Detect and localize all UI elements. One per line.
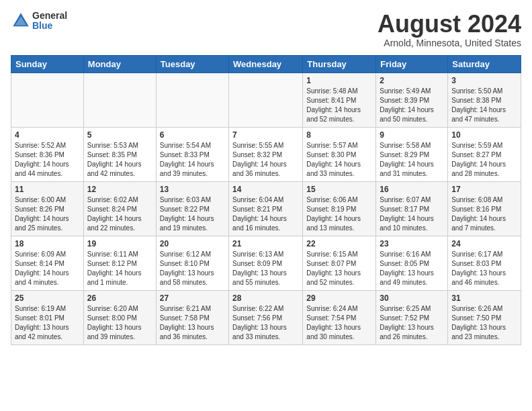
day-number: 14 xyxy=(232,185,299,194)
calendar-day-cell: 11Sunrise: 6:00 AM Sunset: 8:26 PM Dayli… xyxy=(11,181,84,236)
page: General Blue August 2024 Arnold, Minneso… xyxy=(0,0,532,351)
logo-general: General xyxy=(32,11,67,21)
day-number: 8 xyxy=(306,130,372,140)
calendar-day-cell xyxy=(11,73,84,127)
day-number: 5 xyxy=(87,130,152,140)
day-number: 29 xyxy=(306,293,372,303)
title-month: August 2024 xyxy=(378,11,521,38)
day-info: Sunrise: 6:11 AM Sunset: 8:12 PM Dayligh… xyxy=(87,250,152,287)
day-info: Sunrise: 6:22 AM Sunset: 7:56 PM Dayligh… xyxy=(232,304,299,342)
day-info: Sunrise: 5:48 AM Sunset: 8:41 PM Dayligh… xyxy=(306,87,372,124)
weekday-header: Tuesday xyxy=(156,55,228,73)
logo: General Blue xyxy=(11,11,67,32)
calendar-day-cell: 24Sunrise: 6:17 AM Sunset: 8:03 PM Dayli… xyxy=(448,236,521,290)
calendar-day-cell: 12Sunrise: 6:02 AM Sunset: 8:24 PM Dayli… xyxy=(83,181,156,236)
day-info: Sunrise: 6:19 AM Sunset: 8:01 PM Dayligh… xyxy=(15,304,80,342)
calendar-day-cell: 6Sunrise: 5:54 AM Sunset: 8:33 PM Daylig… xyxy=(156,127,228,181)
calendar-day-cell: 2Sunrise: 5:49 AM Sunset: 8:39 PM Daylig… xyxy=(376,73,448,127)
day-info: Sunrise: 6:12 AM Sunset: 8:10 PM Dayligh… xyxy=(160,250,225,287)
day-number: 25 xyxy=(15,293,80,303)
title-location: Arnold, Minnesota, United States xyxy=(378,38,521,48)
weekday-header: Sunday xyxy=(11,55,84,73)
calendar-day-cell: 19Sunrise: 6:11 AM Sunset: 8:12 PM Dayli… xyxy=(83,236,156,290)
day-number: 6 xyxy=(160,130,225,140)
calendar-day-cell: 8Sunrise: 5:57 AM Sunset: 8:30 PM Daylig… xyxy=(303,127,376,181)
calendar-week-row: 4Sunrise: 5:52 AM Sunset: 8:36 PM Daylig… xyxy=(11,127,521,181)
day-number: 30 xyxy=(380,293,444,303)
day-number: 15 xyxy=(306,185,372,194)
day-number: 11 xyxy=(15,185,80,194)
day-number: 17 xyxy=(451,185,517,194)
day-info: Sunrise: 5:58 AM Sunset: 8:29 PM Dayligh… xyxy=(380,141,444,179)
day-info: Sunrise: 6:13 AM Sunset: 8:09 PM Dayligh… xyxy=(232,250,299,287)
day-info: Sunrise: 6:08 AM Sunset: 8:16 PM Dayligh… xyxy=(451,195,517,233)
weekday-header: Monday xyxy=(83,55,156,73)
day-info: Sunrise: 6:16 AM Sunset: 8:05 PM Dayligh… xyxy=(380,250,444,287)
day-info: Sunrise: 5:49 AM Sunset: 8:39 PM Dayligh… xyxy=(380,87,444,124)
calendar-day-cell: 23Sunrise: 6:16 AM Sunset: 8:05 PM Dayli… xyxy=(376,236,448,290)
day-number: 31 xyxy=(451,293,517,303)
calendar-day-cell: 25Sunrise: 6:19 AM Sunset: 8:01 PM Dayli… xyxy=(11,290,84,345)
calendar-day-cell: 21Sunrise: 6:13 AM Sunset: 8:09 PM Dayli… xyxy=(229,236,303,290)
calendar-day-cell xyxy=(229,73,303,127)
calendar-day-cell: 13Sunrise: 6:03 AM Sunset: 8:22 PM Dayli… xyxy=(156,181,228,236)
day-info: Sunrise: 6:00 AM Sunset: 8:26 PM Dayligh… xyxy=(15,195,80,233)
day-info: Sunrise: 6:15 AM Sunset: 8:07 PM Dayligh… xyxy=(306,250,372,287)
calendar-day-cell xyxy=(83,73,156,127)
calendar-day-cell: 18Sunrise: 6:09 AM Sunset: 8:14 PM Dayli… xyxy=(11,236,84,290)
day-info: Sunrise: 5:52 AM Sunset: 8:36 PM Dayligh… xyxy=(15,141,80,179)
day-number: 22 xyxy=(306,239,372,248)
day-number: 4 xyxy=(15,130,80,140)
logo-blue: Blue xyxy=(32,21,67,31)
calendar-week-row: 25Sunrise: 6:19 AM Sunset: 8:01 PM Dayli… xyxy=(11,290,521,345)
logo-icon xyxy=(11,11,31,31)
day-number: 10 xyxy=(451,130,517,140)
day-info: Sunrise: 6:06 AM Sunset: 8:19 PM Dayligh… xyxy=(306,195,372,233)
day-info: Sunrise: 6:26 AM Sunset: 7:50 PM Dayligh… xyxy=(451,304,517,342)
calendar-day-cell: 30Sunrise: 6:25 AM Sunset: 7:52 PM Dayli… xyxy=(376,290,448,345)
day-number: 21 xyxy=(232,239,299,248)
day-info: Sunrise: 5:54 AM Sunset: 8:33 PM Dayligh… xyxy=(160,141,225,179)
weekday-header: Wednesday xyxy=(229,55,303,73)
calendar-week-row: 18Sunrise: 6:09 AM Sunset: 8:14 PM Dayli… xyxy=(11,236,521,290)
day-info: Sunrise: 6:09 AM Sunset: 8:14 PM Dayligh… xyxy=(15,250,80,287)
day-info: Sunrise: 5:55 AM Sunset: 8:32 PM Dayligh… xyxy=(232,141,299,179)
day-number: 18 xyxy=(15,239,80,248)
logo-text: General Blue xyxy=(32,11,67,32)
calendar: SundayMondayTuesdayWednesdayThursdayFrid… xyxy=(11,55,521,345)
weekday-header: Friday xyxy=(376,55,448,73)
calendar-day-cell: 16Sunrise: 6:07 AM Sunset: 8:17 PM Dayli… xyxy=(376,181,448,236)
calendar-day-cell: 20Sunrise: 6:12 AM Sunset: 8:10 PM Dayli… xyxy=(156,236,228,290)
day-info: Sunrise: 6:24 AM Sunset: 7:54 PM Dayligh… xyxy=(306,304,372,342)
calendar-day-cell: 5Sunrise: 5:53 AM Sunset: 8:35 PM Daylig… xyxy=(83,127,156,181)
calendar-week-row: 11Sunrise: 6:00 AM Sunset: 8:26 PM Dayli… xyxy=(11,181,521,236)
day-number: 3 xyxy=(451,76,517,85)
calendar-day-cell: 10Sunrise: 5:59 AM Sunset: 8:27 PM Dayli… xyxy=(448,127,521,181)
calendar-day-cell: 1Sunrise: 5:48 AM Sunset: 8:41 PM Daylig… xyxy=(303,73,376,127)
day-number: 1 xyxy=(306,76,372,85)
calendar-day-cell: 14Sunrise: 6:04 AM Sunset: 8:21 PM Dayli… xyxy=(229,181,303,236)
weekday-header: Thursday xyxy=(303,55,376,73)
day-number: 16 xyxy=(380,185,444,194)
calendar-day-cell: 4Sunrise: 5:52 AM Sunset: 8:36 PM Daylig… xyxy=(11,127,84,181)
day-number: 27 xyxy=(160,293,225,303)
day-number: 13 xyxy=(160,185,225,194)
weekday-header: Saturday xyxy=(448,55,521,73)
day-info: Sunrise: 6:07 AM Sunset: 8:17 PM Dayligh… xyxy=(380,195,444,233)
day-info: Sunrise: 6:03 AM Sunset: 8:22 PM Dayligh… xyxy=(160,195,225,233)
day-info: Sunrise: 6:20 AM Sunset: 8:00 PM Dayligh… xyxy=(87,304,152,342)
header: General Blue August 2024 Arnold, Minneso… xyxy=(11,11,521,48)
calendar-day-cell: 31Sunrise: 6:26 AM Sunset: 7:50 PM Dayli… xyxy=(448,290,521,345)
day-info: Sunrise: 6:04 AM Sunset: 8:21 PM Dayligh… xyxy=(232,195,299,233)
day-info: Sunrise: 6:02 AM Sunset: 8:24 PM Dayligh… xyxy=(87,195,152,233)
calendar-day-cell: 22Sunrise: 6:15 AM Sunset: 8:07 PM Dayli… xyxy=(303,236,376,290)
day-number: 12 xyxy=(87,185,152,194)
day-number: 7 xyxy=(232,130,299,140)
calendar-day-cell: 26Sunrise: 6:20 AM Sunset: 8:00 PM Dayli… xyxy=(83,290,156,345)
day-info: Sunrise: 6:21 AM Sunset: 7:58 PM Dayligh… xyxy=(160,304,225,342)
calendar-day-cell: 9Sunrise: 5:58 AM Sunset: 8:29 PM Daylig… xyxy=(376,127,448,181)
calendar-day-cell: 7Sunrise: 5:55 AM Sunset: 8:32 PM Daylig… xyxy=(229,127,303,181)
day-number: 28 xyxy=(232,293,299,303)
calendar-day-cell: 17Sunrise: 6:08 AM Sunset: 8:16 PM Dayli… xyxy=(448,181,521,236)
day-info: Sunrise: 6:25 AM Sunset: 7:52 PM Dayligh… xyxy=(380,304,444,342)
